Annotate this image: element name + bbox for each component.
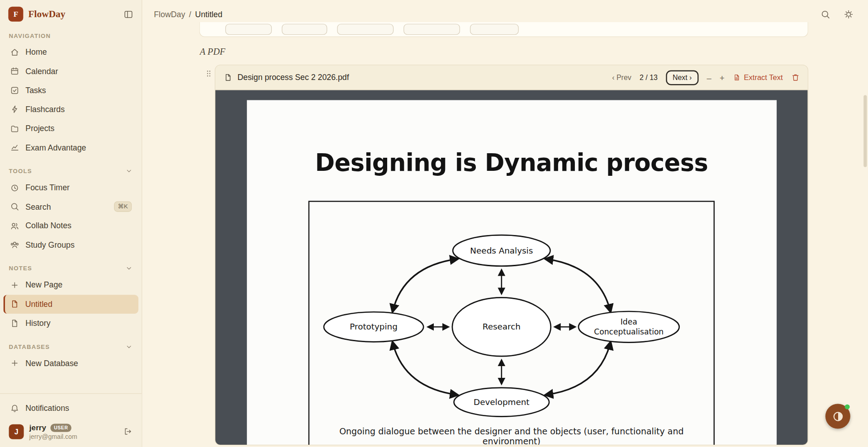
breadcrumb: FlowDay / Untitled bbox=[154, 10, 222, 19]
trend-chart-icon bbox=[10, 143, 19, 152]
main-area: FlowDay / Untitled A PDF bbox=[142, 0, 868, 447]
slide-title: Designing is Dynamic process bbox=[247, 149, 776, 176]
pdf-header: Design process Sec 2 2026.pdf ‹ Prev 2 /… bbox=[215, 65, 808, 90]
node-label-needs-analysis: Needs Analysis bbox=[470, 246, 533, 255]
sidebar-item-label: Calendar bbox=[25, 67, 58, 76]
breadcrumb-current: Untitled bbox=[195, 10, 222, 19]
user-role-badge: USER bbox=[51, 423, 71, 432]
diagram-svg: Needs Analysis Prototyping Research Idea… bbox=[309, 202, 713, 422]
breadcrumb-root[interactable]: FlowDay bbox=[154, 10, 185, 19]
sidebar-item-new-page[interactable]: New Page bbox=[3, 275, 138, 294]
drag-handle[interactable] bbox=[204, 69, 213, 80]
user-info: jerry USER jerry@gmail.com bbox=[29, 423, 117, 440]
trash-icon bbox=[791, 73, 800, 82]
sidebar-item-label: Study Groups bbox=[25, 240, 75, 249]
section-header-databases[interactable]: DATABASES bbox=[0, 333, 142, 354]
user-profile[interactable]: J jerry USER jerry@gmail.com bbox=[0, 418, 142, 440]
breadcrumb-separator: / bbox=[189, 10, 191, 19]
sidebar-item-label: Focus Timer bbox=[25, 183, 70, 192]
section-header-tools[interactable]: TOOLS bbox=[0, 157, 142, 179]
group-icon bbox=[10, 240, 19, 249]
bell-icon bbox=[10, 403, 19, 413]
delete-block-button[interactable] bbox=[791, 73, 800, 82]
app-logo-badge: F bbox=[8, 7, 23, 22]
topbar-actions bbox=[819, 8, 854, 20]
prev-page-button[interactable]: ‹ Prev bbox=[612, 73, 631, 81]
chevron-down-icon bbox=[125, 343, 133, 350]
sidebar-item-label: Exam Advantage bbox=[25, 143, 86, 152]
theme-toggle-button[interactable] bbox=[843, 8, 855, 20]
page-icon bbox=[9, 299, 19, 309]
page-icon bbox=[10, 319, 19, 328]
sidebar-item-label: Collab Notes bbox=[25, 221, 71, 231]
extract-text-button[interactable]: Extract Text bbox=[733, 73, 783, 81]
search-button[interactable] bbox=[819, 8, 831, 20]
node-label-idea: Idea bbox=[621, 317, 637, 326]
sidebar-item-search[interactable]: Search ⌘K bbox=[3, 197, 138, 216]
sidebar-item-label: Untitled bbox=[25, 300, 52, 309]
note-toolbar-button-2[interactable] bbox=[282, 24, 327, 35]
sidebar-item-flashcards[interactable]: Flashcards bbox=[3, 100, 138, 119]
scrollbar-thumb[interactable] bbox=[863, 95, 867, 167]
pdf-viewer[interactable]: Designing is Dynamic process bbox=[215, 90, 808, 444]
sidebar-item-home[interactable]: Home bbox=[3, 42, 138, 61]
sidebar-item-label: New Database bbox=[25, 359, 78, 368]
user-name: jerry bbox=[29, 423, 46, 432]
arrow-prototyping-development bbox=[393, 342, 458, 395]
sidebar-item-tasks[interactable]: Tasks bbox=[3, 81, 138, 100]
section-label: NOTES bbox=[9, 265, 32, 272]
node-label-conceptualisation: Conceptualisation bbox=[594, 327, 664, 336]
sidebar-item-focus-timer[interactable]: Focus Timer bbox=[3, 178, 138, 197]
users-icon bbox=[10, 221, 19, 231]
section-label: NAVIGATION bbox=[9, 33, 51, 39]
sidebar-item-label: Search bbox=[25, 202, 51, 212]
logout-button[interactable] bbox=[122, 426, 133, 437]
zoom-in-button[interactable]: + bbox=[720, 73, 725, 82]
sidebar-item-collab-notes[interactable]: Collab Notes bbox=[3, 216, 138, 235]
next-page-button[interactable]: Next › bbox=[666, 70, 698, 85]
calendar-icon bbox=[10, 66, 19, 76]
sidebar-item-exam-advantage[interactable]: Exam Advantage bbox=[3, 138, 138, 157]
sidebar-item-label: Notifications bbox=[25, 404, 69, 413]
note-toolbar-button-5[interactable] bbox=[470, 24, 519, 35]
grip-dots-icon bbox=[204, 69, 213, 78]
sidebar-item-notifications[interactable]: Notifications bbox=[3, 399, 138, 418]
online-status-dot bbox=[845, 405, 850, 409]
sidebar-toggle-button[interactable] bbox=[122, 8, 134, 20]
sidebar-item-study-groups[interactable]: Study Groups bbox=[3, 235, 138, 254]
note-toolbar-button-4[interactable] bbox=[403, 24, 460, 35]
node-idea-conceptualisation bbox=[579, 311, 679, 343]
pdf-card: Design process Sec 2 2026.pdf ‹ Prev 2 /… bbox=[215, 65, 808, 445]
clock-icon bbox=[10, 183, 19, 193]
note-toolbar-button-1[interactable] bbox=[225, 24, 272, 35]
plus-icon bbox=[10, 358, 19, 368]
sidebar-item-new-database[interactable]: New Database bbox=[3, 354, 138, 373]
app-window: F FlowDay NAVIGATION Home Calendar Tasks… bbox=[0, 0, 868, 447]
sidebar-item-calendar[interactable]: Calendar bbox=[3, 61, 138, 80]
plus-icon bbox=[10, 280, 19, 290]
note-content: A PDF Design process Sec 2 2026.pdf ‹ Pr… bbox=[199, 22, 808, 445]
zoom-out-button[interactable]: – bbox=[707, 73, 711, 82]
section-header-notes[interactable]: NOTES bbox=[0, 254, 142, 276]
node-label-research: Research bbox=[483, 322, 521, 331]
sidebar-item-history[interactable]: History bbox=[3, 314, 138, 333]
arrow-needs-idea bbox=[545, 259, 610, 312]
diagram-caption: Ongoing dialogue between the designer an… bbox=[309, 427, 713, 445]
sidebar-item-untitled[interactable]: Untitled bbox=[3, 295, 138, 314]
contrast-icon bbox=[832, 410, 844, 422]
search-icon bbox=[821, 9, 830, 19]
assistant-fab-button[interactable] bbox=[825, 404, 850, 428]
app-logo: F FlowDay bbox=[8, 7, 65, 22]
section-label: TOOLS bbox=[9, 168, 32, 174]
sun-icon bbox=[844, 9, 854, 19]
pdf-embed-block: Design process Sec 2 2026.pdf ‹ Prev 2 /… bbox=[215, 65, 808, 445]
user-email: jerry@gmail.com bbox=[29, 433, 117, 440]
file-text-icon bbox=[733, 74, 740, 81]
note-toolbar-button-3[interactable] bbox=[337, 24, 394, 35]
topbar: FlowDay / Untitled bbox=[142, 0, 868, 22]
design-process-diagram: Needs Analysis Prototyping Research Idea… bbox=[308, 201, 715, 445]
sidebar-item-label: New Page bbox=[25, 281, 62, 290]
node-label-development: Development bbox=[474, 397, 530, 407]
sidebar-item-projects[interactable]: Projects bbox=[3, 119, 138, 138]
sidebar-item-label: Home bbox=[25, 48, 47, 57]
